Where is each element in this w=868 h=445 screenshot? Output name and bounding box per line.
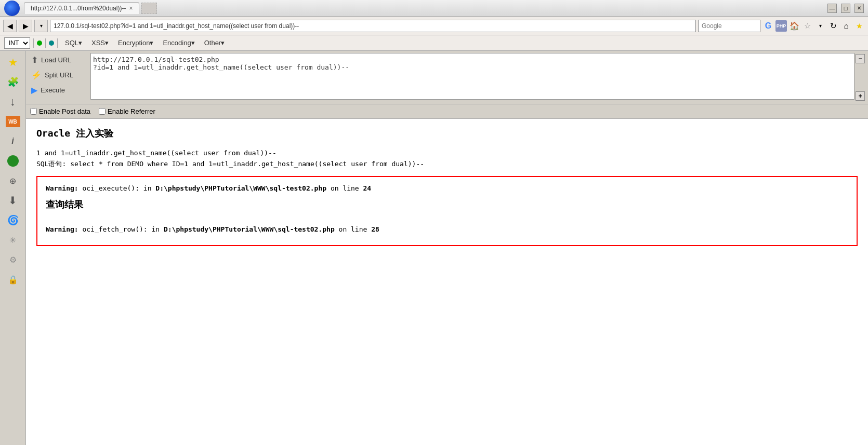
- url-editor-buttons: ⬆ Load URL ⚡ Split URL ▶ Execute: [28, 53, 90, 102]
- execute-label: Execute: [41, 86, 65, 94]
- php-icon[interactable]: PHP: [775, 20, 787, 32]
- int-dropdown[interactable]: INT: [4, 37, 30, 49]
- sidebar-spiral-icon[interactable]: 🌀: [4, 211, 22, 230]
- sql-menu[interactable]: SQL▾: [61, 38, 86, 48]
- result-title: 查询结果: [46, 198, 848, 211]
- spacer: [46, 216, 848, 224]
- google-icon[interactable]: G: [762, 20, 774, 32]
- back-button[interactable]: ◀: [3, 20, 17, 32]
- web-content: Oracle 注入实验 1 and 1=utl_inaddr.get_host_…: [26, 119, 868, 445]
- execute-icon: ▶: [31, 85, 37, 95]
- forward-button[interactable]: ▶: [19, 20, 32, 32]
- minimize-button[interactable]: —: [827, 4, 837, 13]
- separator-2: [45, 38, 46, 48]
- referrer-checkbox-label[interactable]: Enable Referrer: [99, 107, 155, 115]
- window-controls: — □ ✕: [827, 4, 864, 13]
- warning-line-1: 24: [363, 184, 372, 192]
- bookmark-icon[interactable]: ★: [853, 20, 865, 32]
- warning-2: Warning: oci_fetch_row(): in D:\phpstudy…: [46, 224, 848, 235]
- warning-online-2: on line: [335, 225, 371, 233]
- referrer-checkbox[interactable]: [99, 108, 106, 115]
- sidebar-favorites-icon[interactable]: ★: [4, 53, 22, 72]
- separator-3: [57, 38, 58, 48]
- url-textarea[interactable]: http://127.0.0.1/sql-test02.php ?id=1 an…: [90, 53, 854, 100]
- referrer-label: Enable Referrer: [108, 107, 155, 115]
- url-editor-section: ⬆ Load URL ⚡ Split URL ▶ Execute http://…: [26, 51, 868, 104]
- main-container: ★ 🧩 ↓ WB i ⊕ ⬇ 🌀 ✳ ⚙ 🔒 ⬆ Load URL ⚡: [0, 51, 868, 445]
- sidebar-sun-icon[interactable]: ✳: [4, 231, 22, 249]
- sidebar: ★ 🧩 ↓ WB i ⊕ ⬇ 🌀 ✳ ⚙ 🔒: [0, 51, 26, 445]
- warning-label-2: Warning:: [46, 225, 82, 233]
- home-icon-color[interactable]: 🏠: [788, 20, 800, 32]
- url-bar[interactable]: [50, 20, 696, 32]
- execute-button[interactable]: ▶ Execute: [28, 83, 90, 97]
- sidebar-download-icon[interactable]: ↓: [4, 92, 22, 111]
- title-bar: http://127.0.0.1...0from%20dual))-- × — …: [0, 0, 868, 17]
- post-data-checkbox-label[interactable]: Enable Post data: [30, 107, 90, 115]
- new-tab-area[interactable]: [141, 3, 157, 14]
- url-minus-button[interactable]: −: [856, 54, 865, 63]
- warning-box: Warning: oci_execute(): in D:\phpstudy\P…: [36, 176, 858, 246]
- split-url-button[interactable]: ⚡ Split URL: [28, 68, 90, 82]
- refresh-icon[interactable]: ↻: [827, 20, 839, 32]
- teal-dot: [49, 41, 54, 46]
- close-button[interactable]: ✕: [854, 4, 864, 13]
- sidebar-wb-icon[interactable]: WB: [4, 112, 22, 131]
- encoding-menu[interactable]: Encoding▾: [159, 38, 199, 48]
- warning-1: Warning: oci_execute(): in D:\phpstudy\P…: [46, 183, 848, 194]
- url-plus-button[interactable]: +: [856, 91, 865, 101]
- nav-icon-group: G PHP 🏠 ☆ ▾ ↻ ⌂ ★: [762, 20, 865, 32]
- nav-dropdown[interactable]: ▾: [34, 20, 48, 32]
- tab-label: http://127.0.0.1...0from%20dual))--: [31, 5, 126, 12]
- warning-path-2: D:\phpstudy\PHPTutorial\WWW\sql-test02.p…: [164, 225, 335, 233]
- query-info: 1 and 1=utl_inaddr.get_host_name((select…: [36, 148, 858, 170]
- search-bar[interactable]: [698, 20, 760, 32]
- page-title: Oracle 注入实验: [36, 127, 858, 140]
- sidebar-lock-icon[interactable]: 🔒: [4, 270, 22, 289]
- maximize-button[interactable]: □: [841, 4, 850, 13]
- toolbar: INT SQL▾ XSS▾ Encryption▾ Encoding▾ Othe…: [0, 35, 868, 51]
- warning-label-1: Warning:: [46, 184, 82, 192]
- query-line1: 1 and 1=utl_inaddr.get_host_name((select…: [36, 148, 858, 159]
- query-line2: SQL语句: select * from DEMO where ID=1 and…: [36, 159, 858, 170]
- nav-bar: ◀ ▶ ▾ G PHP 🏠 ☆ ▾ ↻ ⌂ ★: [0, 17, 868, 35]
- bookmark-dropdown-icon[interactable]: ▾: [814, 20, 826, 32]
- tab-close[interactable]: ×: [129, 5, 133, 12]
- checkbox-row: Enable Post data Enable Referrer: [26, 104, 868, 119]
- load-url-label: Load URL: [41, 56, 72, 64]
- warning-path-1: D:\phpstudy\PHPTutorial\WWW\sql-test02.p…: [155, 184, 326, 192]
- load-url-button[interactable]: ⬆ Load URL: [28, 53, 90, 67]
- warning-func-1: oci_execute():: [82, 184, 143, 192]
- home-icon[interactable]: ⌂: [840, 20, 852, 32]
- sidebar-settings-icon[interactable]: ⚙: [4, 250, 22, 269]
- content-area: ⬆ Load URL ⚡ Split URL ▶ Execute http://…: [26, 51, 868, 445]
- sidebar-active-icon[interactable]: [4, 152, 22, 170]
- post-data-label: Enable Post data: [39, 107, 90, 115]
- warning-func-2: oci_fetch_row():: [82, 225, 151, 233]
- star-nav-icon[interactable]: ☆: [801, 20, 813, 32]
- sidebar-info-icon[interactable]: i: [4, 132, 22, 151]
- split-url-icon: ⚡: [31, 70, 42, 80]
- sidebar-arrow-icon[interactable]: ⬇: [4, 191, 22, 210]
- warning-line-2: 28: [371, 225, 379, 233]
- warning-online-1: on line: [326, 184, 363, 192]
- load-url-icon: ⬆: [31, 55, 38, 65]
- url-textarea-wrap: http://127.0.0.1/sql-test02.php ?id=1 an…: [90, 53, 854, 102]
- other-menu[interactable]: Other▾: [200, 38, 229, 48]
- url-side-buttons: − +: [854, 53, 866, 102]
- warning-in-1: in: [143, 184, 155, 192]
- encryption-menu[interactable]: Encryption▾: [114, 38, 157, 48]
- sidebar-view-icon[interactable]: ⊕: [4, 171, 22, 190]
- post-data-checkbox[interactable]: [30, 108, 37, 115]
- browser-logo: [4, 1, 20, 16]
- browser-tab[interactable]: http://127.0.0.1...0from%20dual))-- ×: [24, 2, 139, 14]
- sidebar-extensions-icon[interactable]: 🧩: [4, 73, 22, 91]
- xss-menu[interactable]: XSS▾: [87, 38, 113, 48]
- green-dot: [37, 41, 42, 46]
- separator-1: [33, 38, 34, 48]
- warning-in-2: in: [152, 225, 164, 233]
- split-url-label: Split URL: [45, 71, 73, 79]
